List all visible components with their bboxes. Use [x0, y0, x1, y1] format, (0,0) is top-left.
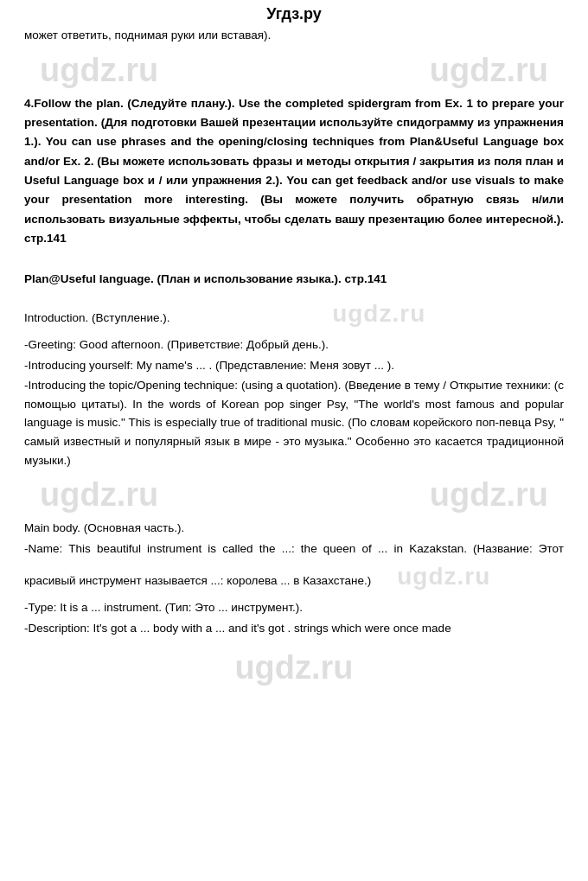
introduction-label: Introduction. (Вступление.). ugdz.ru [24, 295, 564, 334]
exercise-4-text: 4.Follow the plan. (Следуйте плану.). Us… [24, 94, 564, 248]
plan-item-0: -Greeting: Good afternoon. (Приветствие:… [24, 335, 564, 354]
watermark-inline-main: ugdz.ru [397, 558, 490, 597]
watermark-row-2: ugdz.ru ugdz.ru [24, 475, 564, 515]
main-body-item-0-text: -Name: This beautiful instrument is call… [24, 542, 564, 588]
page-container: Угдз.ру может ответить, поднимая руки ил… [0, 0, 588, 881]
watermark-right-1: ugdz.ru [430, 52, 548, 89]
introduction-label-text: Introduction. (Вступление.). [24, 311, 170, 324]
plan-title: Plan@Useful language. (План и использова… [24, 271, 564, 288]
plan-item-1: -Introducing yourself: My name's ... . (… [24, 356, 564, 375]
footer-watermark: ugdz.ru [0, 642, 588, 690]
watermark-left-2: ugdz.ru [40, 476, 158, 514]
main-body-item-2: -Description: It's got a ... body with a… [24, 619, 564, 638]
watermark-left-1: ugdz.ru [40, 52, 158, 89]
main-body-item-1: -Type: It is a ... instrument. (Тип: Это… [24, 598, 564, 617]
main-body-section: -Name: This beautiful instrument is call… [24, 539, 564, 638]
exercise-4-bold: 4.Follow the plan. (Следуйте плану.). Us… [24, 97, 564, 245]
watermark-right-2: ugdz.ru [430, 476, 548, 514]
header-title: Угдз.ру [266, 5, 322, 22]
exercise-4-block: 4.Follow the plan. (Следуйте плану.). Us… [24, 94, 564, 248]
footer-watermark-text: ugdz.ru [234, 649, 353, 686]
plan-item-2: -Introducing the topic/Opening technique… [24, 376, 564, 469]
main-body-label: Main body. (Основная часть.). [24, 519, 564, 538]
content-area: может ответить, поднимая руки или встава… [0, 27, 588, 637]
site-header: Угдз.ру [0, 0, 588, 27]
watermark-row-1: ugdz.ru ugdz.ru [24, 50, 564, 91]
main-body-item-0: -Name: This beautiful instrument is call… [24, 539, 564, 597]
plan-section: -Greeting: Good afternoon. (Приветствие:… [24, 335, 564, 469]
watermark-inline-intro: ugdz.ru [332, 295, 425, 334]
intro-text: может ответить, поднимая руки или встава… [24, 27, 564, 45]
